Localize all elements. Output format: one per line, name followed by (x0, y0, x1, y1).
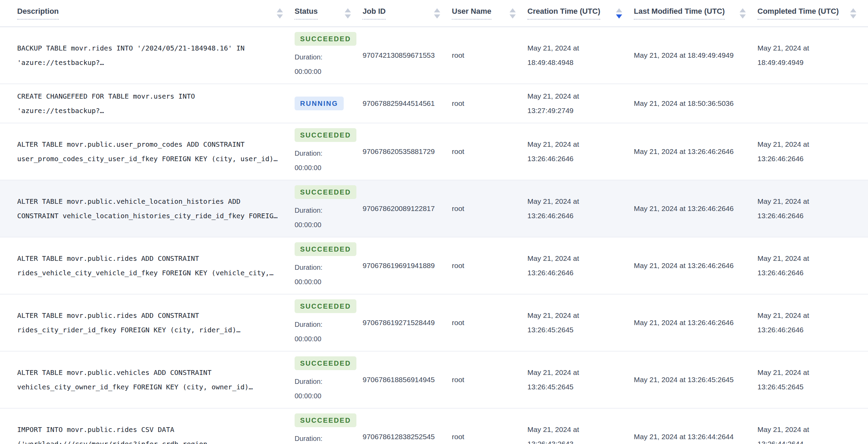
job-description: BACKUP TABLE movr.rides INTO '/2024/05/2… (17, 41, 282, 70)
table-row[interactable]: ALTER TABLE movr.public.rides ADD CONSTR… (0, 237, 868, 294)
job-id: 970678620089122817 (363, 180, 452, 237)
duration-value: 00:00:00 (295, 160, 350, 175)
status-badge: SUCCEEDED (295, 356, 356, 370)
sort-desc-arrow (740, 14, 746, 19)
job-duration: Duration: 00:00:00 (295, 317, 350, 346)
column-header-label[interactable]: Job ID (363, 7, 386, 20)
column-header-label[interactable]: Creation Time (UTC) (527, 7, 600, 20)
job-description: ALTER TABLE movr.public.rides ADD CONSTR… (17, 308, 282, 337)
column-header-job_id[interactable]: Job ID (363, 0, 452, 27)
job-id: 970678620535881729 (363, 123, 452, 180)
user-name: root (452, 294, 527, 351)
user-name: root (452, 27, 527, 84)
job-description-cell: IMPORT INTO movr.public.rides CSV DATA('… (0, 408, 295, 444)
last-modified-time: May 21, 2024 at 13:26:46:2646 (634, 294, 757, 351)
table-row[interactable]: ALTER TABLE movr.public.rides ADD CONSTR… (0, 294, 868, 351)
creation-time: May 21, 2024 at 18:49:48:4948 (527, 27, 634, 84)
completed-time: May 21, 2024 at 13:26:46:2646 (757, 237, 868, 294)
column-header-completed_time[interactable]: Completed Time (UTC) (757, 0, 868, 27)
last-modified-time: May 21, 2024 at 13:26:46:2646 (634, 180, 757, 237)
sort-icon[interactable] (740, 8, 746, 19)
sort-icon[interactable] (434, 8, 440, 19)
column-header-label[interactable]: Description (17, 7, 59, 20)
column-header-creation_time[interactable]: Creation Time (UTC) (527, 0, 634, 27)
last-modified-time: May 21, 2024 at 13:26:46:2646 (634, 123, 757, 180)
column-header-description[interactable]: Description (0, 0, 295, 27)
creation-time: May 21, 2024 at 13:26:46:2646 (527, 123, 634, 180)
job-description-line: ALTER TABLE movr.public.vehicle_location… (17, 194, 282, 209)
column-header-label[interactable]: User Name (452, 7, 491, 20)
sort-asc-arrow (434, 8, 440, 12)
user-name: root (452, 408, 527, 444)
job-description: CREATE CHANGEFEED FOR TABLE movr.users I… (17, 89, 282, 118)
status-badge: SUCCEEDED (295, 32, 356, 46)
sort-icon[interactable] (510, 8, 516, 19)
duration-label: Duration: (295, 146, 350, 160)
table-row[interactable]: CREATE CHANGEFEED FOR TABLE movr.users I… (0, 84, 868, 123)
job-description-cell: ALTER TABLE movr.public.rides ADD CONSTR… (0, 237, 295, 294)
job-status-cell: SUCCEEDED Duration: 00:00:00 (295, 123, 363, 180)
job-description-cell: ALTER TABLE movr.public.user_promo_codes… (0, 123, 295, 180)
sort-desc-arrow (345, 14, 351, 19)
job-status-cell: SUCCEEDED Duration: 00:00:00 (295, 294, 363, 351)
table-row[interactable]: ALTER TABLE movr.public.user_promo_codes… (0, 123, 868, 180)
status-badge: SUCCEEDED (295, 413, 356, 427)
column-header-user_name[interactable]: User Name (452, 0, 527, 27)
table-row[interactable]: ALTER TABLE movr.public.vehicle_location… (0, 180, 868, 237)
job-description-cell: ALTER TABLE movr.public.vehicle_location… (0, 180, 295, 237)
status-badge: SUCCEEDED (295, 185, 356, 199)
job-description-line: ALTER TABLE movr.public.rides ADD CONSTR… (17, 251, 282, 266)
user-name: root (452, 123, 527, 180)
user-name: root (452, 180, 527, 237)
job-id: 970678612838252545 (363, 408, 452, 444)
job-description-cell: CREATE CHANGEFEED FOR TABLE movr.users I… (0, 84, 295, 123)
sort-desc-arrow (277, 14, 283, 19)
sort-desc-arrow (434, 14, 440, 19)
table-header-row: Description Status Job ID (0, 0, 868, 27)
last-modified-time: May 21, 2024 at 18:50:36:5036 (634, 84, 757, 123)
sort-icon[interactable] (850, 8, 856, 19)
sort-asc-arrow (850, 8, 856, 12)
job-status-cell: SUCCEEDED Duration: 00:00:00 (295, 27, 363, 84)
jobs-table: Description Status Job ID (0, 0, 868, 444)
job-description: ALTER TABLE movr.public.vehicles ADD CON… (17, 365, 282, 394)
job-id: 970742130859671553 (363, 27, 452, 84)
job-id: 970678825944514561 (363, 84, 452, 123)
job-description-line: vehicles_city_owner_id_fkey FOREIGN KEY … (17, 380, 282, 394)
column-header-label[interactable]: Status (295, 7, 318, 20)
job-duration: Duration: 00:00:00 (295, 431, 350, 444)
creation-time: May 21, 2024 at 13:27:49:2749 (527, 84, 634, 123)
sort-icon[interactable] (345, 8, 351, 19)
job-description-line: ALTER TABLE movr.public.vehicles ADD CON… (17, 365, 282, 380)
job-duration: Duration: 00:00:00 (295, 146, 350, 175)
creation-time: May 21, 2024 at 13:26:45:2645 (527, 294, 634, 351)
column-header-last_modified_time[interactable]: Last Modified Time (UTC) (634, 0, 757, 27)
job-description-line: 'azure://testbackup?… (17, 103, 282, 118)
column-header-label[interactable]: Completed Time (UTC) (757, 7, 839, 20)
completed-time: May 21, 2024 at 13:26:46:2646 (757, 123, 868, 180)
job-status-cell: SUCCEEDED Duration: 00:00:00 (295, 351, 363, 408)
job-description: IMPORT INTO movr.public.rides CSV DATA('… (17, 422, 282, 444)
table-row[interactable]: ALTER TABLE movr.public.vehicles ADD CON… (0, 351, 868, 408)
job-duration: Duration: 00:00:00 (295, 260, 350, 289)
job-description-cell: ALTER TABLE movr.public.rides ADD CONSTR… (0, 294, 295, 351)
duration-label: Duration: (295, 317, 350, 332)
table-row[interactable]: BACKUP TABLE movr.rides INTO '/2024/05/2… (0, 27, 868, 84)
sort-icon[interactable] (277, 8, 283, 19)
status-badge: SUCCEEDED (295, 128, 356, 142)
job-description-line: BACKUP TABLE movr.rides INTO '/2024/05/2… (17, 41, 282, 55)
user-name: root (452, 84, 527, 123)
sort-desc-arrow (850, 14, 856, 19)
status-badge: RUNNING (295, 97, 344, 110)
sort-icon[interactable] (616, 8, 622, 19)
job-duration: Duration: 00:00:00 (295, 203, 350, 232)
column-header-label[interactable]: Last Modified Time (UTC) (634, 7, 725, 20)
job-status-cell: SUCCEEDED Duration: 00:00:00 (295, 408, 363, 444)
job-status-cell: SUCCEEDED Duration: 00:00:00 (295, 237, 363, 294)
job-description-line: 'azure://testbackup?… (17, 55, 282, 70)
job-description-line: rides_city_rider_id_fkey FOREIGN KEY (ci… (17, 323, 282, 337)
table-row[interactable]: IMPORT INTO movr.public.rides CSV DATA('… (0, 408, 868, 444)
creation-time: May 21, 2024 at 13:26:43:2643 (527, 408, 634, 444)
column-header-status[interactable]: Status (295, 0, 363, 27)
duration-label: Duration: (295, 260, 350, 275)
